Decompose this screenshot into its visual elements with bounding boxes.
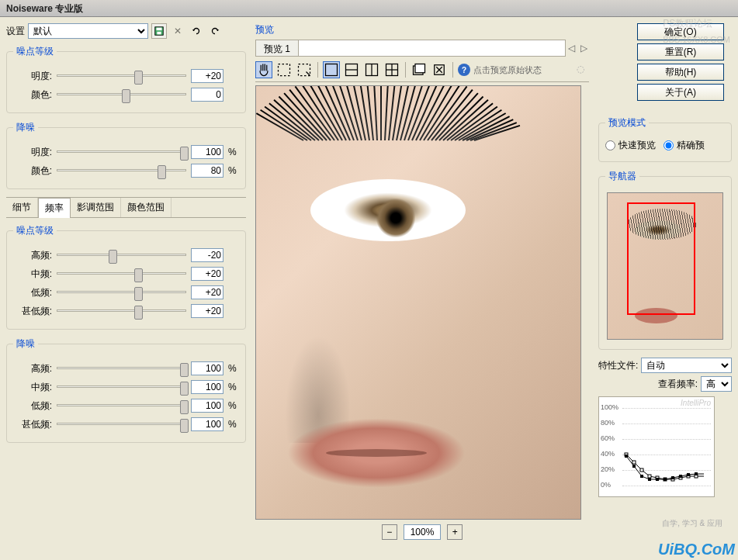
freq-vlow-slider[interactable] bbox=[57, 304, 186, 318]
svg-rect-5 bbox=[326, 64, 338, 76]
undo-icon[interactable] bbox=[189, 23, 204, 39]
svg-rect-3 bbox=[279, 64, 290, 76]
fr-low-slider[interactable] bbox=[57, 399, 186, 413]
prev-tab-icon[interactable]: ◁ bbox=[566, 43, 577, 54]
settings-preset-dropdown[interactable]: 默认 bbox=[28, 23, 148, 39]
nr-color-slider[interactable] bbox=[57, 164, 186, 178]
preview-status: 点击预览原始状态 bbox=[473, 64, 542, 76]
zoom-out-button[interactable]: − bbox=[382, 524, 397, 540]
svg-rect-17 bbox=[632, 461, 636, 464]
fr-vlow-slider[interactable] bbox=[57, 417, 186, 431]
view-freq-label: 查看频率: bbox=[658, 378, 698, 391]
noise-level-group: 噪点等级 明度: 颜色: bbox=[6, 45, 246, 113]
tab-detail[interactable]: 细节 bbox=[6, 198, 38, 217]
svg-rect-33 bbox=[679, 475, 682, 478]
preview-tab-1[interactable]: 预览 1 bbox=[256, 40, 299, 56]
freq-vlow-input[interactable] bbox=[191, 304, 223, 318]
freq-high-slider[interactable] bbox=[57, 248, 186, 262]
watermark-small: 自学, 学习 & 应用 bbox=[662, 518, 722, 529]
navigator-view[interactable] bbox=[607, 192, 723, 340]
freq-low-input[interactable] bbox=[191, 285, 223, 299]
delete-preset-icon: ✕ bbox=[170, 23, 185, 39]
spinner-icon: ◌ bbox=[577, 64, 589, 76]
fr-high-input[interactable] bbox=[191, 361, 223, 375]
single-view-icon[interactable] bbox=[323, 61, 340, 78]
next-tab-icon[interactable]: ▷ bbox=[578, 43, 589, 54]
detail-tabs: 细节 频率 影调范围 颜色范围 bbox=[6, 197, 246, 218]
tab-tonal-range[interactable]: 影调范围 bbox=[71, 198, 121, 217]
svg-rect-19 bbox=[648, 475, 651, 478]
preview-toolbar: ? 点击预览原始状态 ◌ bbox=[255, 58, 589, 82]
noise-reduction-legend: 降噪 bbox=[13, 121, 38, 134]
window-titlebar: Noiseware 专业版 bbox=[0, 0, 738, 17]
navigator-group: 导航器 bbox=[598, 170, 732, 350]
left-panel: 设置 默认 ✕ 噪点等级 明度: 颜色: bbox=[0, 17, 252, 560]
svg-rect-31 bbox=[664, 478, 667, 481]
nr-color-input[interactable] bbox=[191, 164, 223, 178]
quad-view-icon[interactable] bbox=[383, 61, 400, 78]
settings-row: 设置 默认 ✕ bbox=[6, 23, 246, 39]
help-icon[interactable]: ? bbox=[458, 64, 470, 76]
profile-label: 特性文件: bbox=[598, 359, 638, 372]
color-input[interactable] bbox=[191, 88, 223, 102]
svg-rect-1 bbox=[157, 28, 162, 31]
freq-high-input[interactable] bbox=[191, 248, 223, 262]
luminance-input[interactable] bbox=[191, 69, 223, 83]
freq-reduction-group: 降噪 高频:% 中频:% 低频:% 甚低频:% bbox=[6, 337, 246, 443]
profile-chart: IntelliPro 100% 80% 60% 40% 20% 0% bbox=[598, 396, 715, 497]
preview-image[interactable] bbox=[255, 85, 581, 520]
svg-rect-14 bbox=[415, 64, 425, 73]
view-freq-dropdown[interactable]: 高 bbox=[701, 376, 732, 392]
profile-row: 特性文件: 自动 bbox=[598, 358, 732, 373]
svg-rect-26 bbox=[625, 455, 628, 458]
split-horizontal-icon[interactable] bbox=[343, 61, 360, 78]
fr-mid-slider[interactable] bbox=[57, 380, 186, 394]
svg-rect-29 bbox=[648, 478, 651, 481]
noise-level-legend: 噪点等级 bbox=[13, 45, 57, 58]
zoom-value: 100% bbox=[404, 524, 442, 540]
zoom-in-button[interactable]: + bbox=[447, 524, 463, 540]
marquee-select-icon[interactable] bbox=[296, 61, 313, 78]
freq-low-slider[interactable] bbox=[57, 285, 186, 299]
svg-rect-32 bbox=[671, 476, 674, 479]
freq-mid-input[interactable] bbox=[191, 267, 223, 281]
fr-low-input[interactable] bbox=[191, 399, 223, 413]
fr-vlow-input[interactable] bbox=[191, 417, 223, 431]
nr-luminance-input[interactable] bbox=[191, 145, 223, 159]
noise-reduction-group: 降噪 明度: % 颜色: % bbox=[6, 121, 246, 189]
zoom-controls: − 100% + bbox=[255, 524, 589, 540]
redo-icon[interactable] bbox=[207, 23, 223, 39]
fr-mid-input[interactable] bbox=[191, 380, 223, 394]
split-vertical-icon[interactable] bbox=[363, 61, 380, 78]
window-title: Noiseware 专业版 bbox=[6, 3, 83, 14]
svg-rect-27 bbox=[632, 465, 636, 468]
tab-color-range[interactable]: 颜色范围 bbox=[121, 198, 172, 217]
color-slider[interactable] bbox=[57, 88, 186, 102]
tab-frequency[interactable]: 频率 bbox=[38, 198, 71, 218]
svg-rect-34 bbox=[687, 473, 690, 476]
luminance-slider[interactable] bbox=[57, 69, 186, 83]
preview-mode-group: 预览模式 快速预览 精确预 bbox=[598, 116, 732, 162]
svg-rect-28 bbox=[640, 475, 643, 478]
about-button[interactable]: 关于(A) bbox=[637, 84, 724, 101]
help-button[interactable]: 帮助(H) bbox=[637, 64, 724, 81]
precise-preview-radio[interactable]: 精确预 bbox=[664, 139, 705, 152]
navigator-rect[interactable] bbox=[627, 202, 695, 315]
delete-window-icon[interactable] bbox=[431, 61, 448, 78]
hand-tool-icon[interactable] bbox=[255, 61, 272, 78]
watermark-top: PS教程论坛 BBS.16XX8.COM bbox=[663, 14, 730, 47]
svg-rect-30 bbox=[656, 478, 659, 481]
svg-rect-35 bbox=[695, 472, 698, 475]
save-preset-icon[interactable] bbox=[151, 23, 167, 39]
preview-tabs: 预览 1 bbox=[255, 40, 566, 57]
svg-rect-2 bbox=[157, 32, 161, 35]
marquee-dashed-icon[interactable] bbox=[275, 61, 293, 78]
svg-rect-18 bbox=[640, 468, 643, 472]
fr-high-slider[interactable] bbox=[57, 361, 186, 375]
new-window-icon[interactable] bbox=[411, 61, 428, 78]
right-panel: 确定(O) 重置(R) 帮助(H) 关于(A) 预览模式 快速预览 精确预 导航… bbox=[592, 17, 738, 560]
fast-preview-radio[interactable]: 快速预览 bbox=[605, 139, 656, 152]
nr-luminance-slider[interactable] bbox=[57, 145, 186, 159]
freq-mid-slider[interactable] bbox=[57, 267, 186, 281]
profile-dropdown[interactable]: 自动 bbox=[641, 358, 732, 373]
